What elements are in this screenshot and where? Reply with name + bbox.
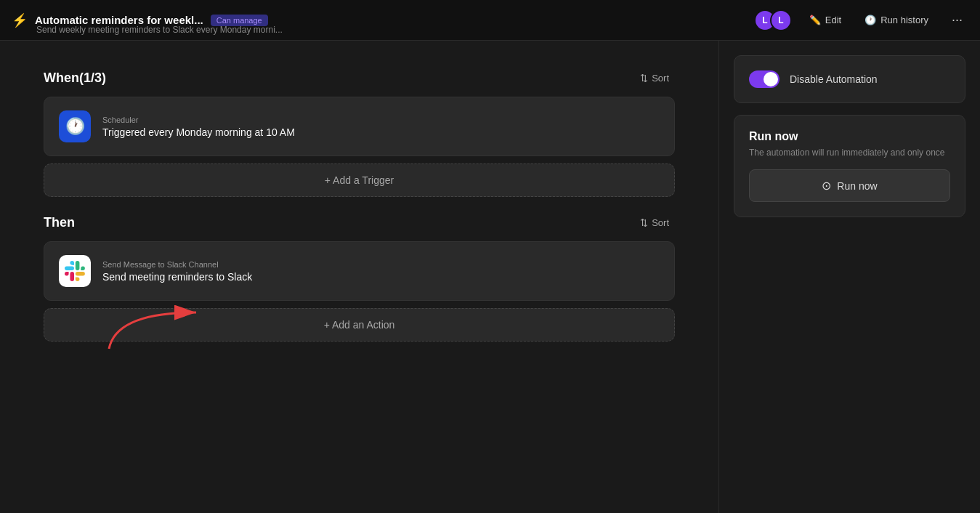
disable-automation-card: Disable Automation [734,55,965,103]
run-history-button[interactable]: 🕐 Run history [859,12,934,28]
right-panel: Disable Automation Run now The automatio… [718,41,980,513]
run-icon: ⊙ [822,179,831,193]
header-right: L L ✏️ Edit 🕐 Run history ··· [754,9,968,31]
scheduler-label: Scheduler [102,116,295,124]
when-sort-button[interactable]: ⇅ Sort [634,70,675,86]
edit-button[interactable]: ✏️ Edit [803,12,847,28]
history-icon: 🕐 [864,15,876,25]
slack-action-description: Send meeting reminders to Slack [102,271,252,283]
toggle-row: Disable Automation [749,70,950,88]
run-now-button-label: Run now [837,180,877,192]
then-section: Then ⇅ Sort [44,214,675,342]
header-subtitle: Send weekly meeting reminders to Slack e… [36,25,283,35]
run-now-card: Run now The automation will run immediat… [734,115,965,217]
run-now-description: The automation will run immediately and … [749,148,950,158]
add-action-label: + Add an Action [324,319,395,331]
then-sort-button[interactable]: ⇅ Sort [634,214,675,231]
slack-icon [65,261,85,281]
main-content: When(1/3) ⇅ Sort 🕐 Scheduler Triggered e… [0,41,980,513]
scheduler-description: Triggered every Monday morning at 10 AM [102,126,295,138]
add-trigger-button[interactable]: + Add a Trigger [44,163,675,197]
sort-icon-2: ⇅ [640,217,648,228]
scheduler-card[interactable]: 🕐 Scheduler Triggered every Monday morni… [44,97,675,156]
add-trigger-label: + Add a Trigger [325,174,394,186]
more-options-button[interactable]: ··· [946,9,968,31]
avatar-group: L L [754,9,792,31]
slack-action-text: Send Message to Slack Channel Send meeti… [102,260,252,283]
toggle-knob [764,72,778,86]
then-section-header: Then ⇅ Sort [44,214,675,231]
disable-toggle[interactable] [749,70,779,88]
then-sort-label: Sort [652,217,669,228]
slack-action-card[interactable]: Send Message to Slack Channel Send meeti… [44,241,675,301]
add-action-button[interactable]: + Add an Action [44,308,675,342]
edit-label: Edit [825,15,841,25]
slack-action-label: Send Message to Slack Channel [102,260,252,269]
scheduler-card-text: Scheduler Triggered every Monday morning… [102,116,295,138]
edit-icon: ✏️ [809,15,821,25]
when-section-header: When(1/3) ⇅ Sort [44,70,675,86]
then-title: Then [44,215,75,230]
header-left: ⚡ Automatic reminders for weekl... Can m… [12,12,754,28]
avatar-2: L [770,9,792,31]
left-panel: When(1/3) ⇅ Sort 🕐 Scheduler Triggered e… [0,41,718,513]
bolt-icon: ⚡ [12,12,28,28]
app-header: ⚡ Automatic reminders for weekl... Can m… [0,0,980,41]
when-title: When(1/3) [44,70,106,86]
sort-icon: ⇅ [640,73,648,84]
run-now-title: Run now [749,130,950,143]
slack-icon-wrapper [59,255,91,287]
when-sort-label: Sort [652,73,669,84]
run-now-button[interactable]: ⊙ Run now [749,169,950,202]
when-section: When(1/3) ⇅ Sort 🕐 Scheduler Triggered e… [44,70,675,197]
run-history-label: Run history [880,15,928,25]
scheduler-icon-wrapper: 🕐 [59,110,91,142]
clock-icon: 🕐 [65,117,85,136]
disable-label: Disable Automation [790,73,878,85]
